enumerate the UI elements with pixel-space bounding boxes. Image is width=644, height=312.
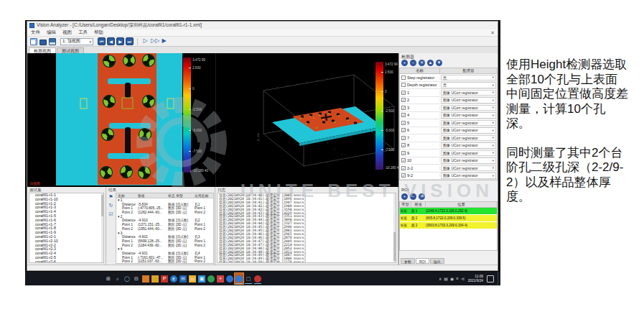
tray-icon-3[interactable]: ¤ (456, 276, 458, 281)
checkbox[interactable]: ✓ (401, 136, 406, 140)
tray-icon-1[interactable]: ▤ (444, 276, 448, 281)
scrollbar[interactable] (101, 193, 103, 262)
close-document-icon[interactable]: ✕ (490, 30, 495, 36)
results-tool-icon-1[interactable]: ↻ (109, 203, 113, 208)
roi-tab-参数[interactable]: 参数 (401, 258, 415, 264)
cortana-icon[interactable]: ◯ (123, 273, 131, 284)
app-icon-blue-sphere[interactable] (225, 273, 234, 284)
app-icon-red-circle[interactable] (253, 273, 262, 284)
detector-row[interactable]: Depth registrator无▾ (400, 82, 497, 90)
view-select-dropdown[interactable]: 1: 顶视图 ▾ (60, 38, 93, 45)
checkbox[interactable]: ✓ (401, 91, 406, 95)
menu-编辑[interactable]: 编辑 (47, 29, 56, 36)
registrator-dropdown[interactable]: 图像 UCorr registrator▾ (441, 112, 496, 119)
registrator-dropdown[interactable]: 图像 UCorr registrator▾ (441, 120, 496, 127)
app-icon-orange[interactable] (141, 273, 150, 284)
registrator-dropdown[interactable]: 图像 UCorr registrator▾ (441, 173, 496, 179)
roi-toolbar-button-1[interactable]: − (410, 193, 416, 200)
menu-文件[interactable]: 文件 (31, 29, 40, 36)
frame-nav-button-2[interactable]: ▶ (116, 37, 124, 45)
roi-row[interactable]: 矩形面 2(835.8,1722.0,209.0,339.5) (400, 215, 497, 221)
vision-analyzer-taskbar-icon[interactable] (235, 273, 243, 284)
detector-toolbar-button-4[interactable]: ▼ (436, 60, 442, 66)
registrator-dropdown[interactable]: 图像 UCorr registrator▾ (441, 142, 496, 149)
top-view-2d[interactable]: 3.472 99 -10.280 40 2.5000-2.500-5.000-7… (27, 53, 215, 187)
detector-row[interactable]: ✓6图像 UCorr registrator▾ (400, 127, 497, 135)
registrator-dropdown[interactable]: 图像 UCorr registrator▾ (441, 127, 496, 134)
menu-帮助[interactable]: 帮助 (94, 29, 103, 36)
run-button-1[interactable]: ▷▷ (151, 37, 159, 45)
file-explorer-icon[interactable]: ▭ (188, 273, 197, 284)
registrator-dropdown[interactable]: 图像 UCorr registrator▾ (441, 105, 496, 111)
measure-row[interactable]: Point 2(1151.037,-63...图形 [3D 点]Point 2 (116, 260, 213, 264)
app-icon-window[interactable]: ▢ (244, 273, 253, 284)
checkbox[interactable]: ✓ (401, 128, 406, 132)
checkbox[interactable]: ✓ (401, 98, 406, 102)
detector-row[interactable]: ✓5图像 UCorr registrator▾ (400, 119, 497, 127)
registrator-dropdown[interactable]: 无▾ (441, 82, 496, 88)
detector-row[interactable]: ✓8图像 UCorr registrator▾ (400, 142, 497, 150)
roi-tab-输出[interactable]: 输出 (430, 258, 444, 264)
mail-icon[interactable]: ✉ (179, 273, 187, 284)
show-desktop-button[interactable] (498, 272, 499, 285)
results-tool-icon-2[interactable]: ☑ (108, 211, 113, 217)
new-file-icon[interactable] (30, 38, 37, 45)
detector-row[interactable]: ✓2图像 UCorr registrator▾ (400, 97, 497, 105)
save-file-icon[interactable] (49, 38, 56, 45)
registrator-dropdown[interactable]: 图像 UCorr registrator▾ (441, 180, 496, 181)
app-icon-red-yellow[interactable] (151, 273, 159, 284)
taskbar-clock[interactable]: 11:09 2021/9/24 (467, 275, 485, 283)
tray-icon-2[interactable]: ◉ (450, 276, 454, 281)
detector-row[interactable]: ✓10图像 UCorr registrator▾ (400, 157, 497, 165)
detector-row[interactable]: Step registrator无▾ (400, 74, 497, 82)
checkbox[interactable]: ✓ (401, 173, 406, 178)
frame-nav-button-3[interactable]: ⏭ (126, 37, 134, 45)
checkbox[interactable]: ✓ (401, 166, 406, 170)
open-file-icon[interactable] (39, 40, 47, 45)
roi-tab-ROI[interactable]: ROI (416, 258, 429, 264)
detector-row[interactable]: ✓4图像 UCorr registrator▾ (400, 112, 497, 120)
detector-row[interactable]: ✓1图像 UCorr registrator▾ (400, 89, 497, 97)
app-icon-green[interactable] (207, 273, 215, 284)
app-icon-red-white[interactable]: + (216, 273, 225, 284)
search-icon[interactable]: ⌕ (113, 273, 122, 284)
registrator-dropdown[interactable]: 无▾ (441, 75, 496, 81)
detector-row[interactable]: ✓9-2图像 UCorr registrator▾ (400, 173, 497, 180)
checkbox[interactable] (401, 75, 406, 80)
detector-row[interactable]: ✓2-2图像 UCorr registrator▾ (400, 165, 497, 173)
checkbox[interactable]: ✓ (401, 151, 406, 155)
detector-toolbar-button-2[interactable]: ✕ (419, 60, 425, 66)
registrator-dropdown[interactable]: 图像 UCorr registrator▾ (441, 90, 496, 96)
checkbox[interactable]: ✓ (401, 106, 406, 110)
start-button[interactable]: ⊞ (104, 273, 113, 284)
frame-nav-button-0[interactable]: ⏮ (98, 37, 106, 45)
detector-toolbar-button-1[interactable]: − (410, 60, 416, 66)
action-center-icon[interactable] (487, 275, 494, 283)
registrator-dropdown[interactable]: 图像 UCorr registrator▾ (441, 157, 496, 164)
roi-toolbar-button-2[interactable]: ✕ (419, 193, 425, 200)
detector-toolbar-button-0[interactable]: + (401, 60, 408, 66)
detector-row[interactable]: ✓7图像 UCorr registrator▾ (400, 134, 497, 142)
detector-row[interactable]: ✓9图像 UCorr registrator▾ (400, 150, 497, 157)
list-item[interactable]: coralfil1-r2-6 (29, 260, 103, 263)
app-icon-pdf[interactable]: P (160, 273, 169, 284)
roi-toolbar-button-0[interactable]: + (401, 193, 408, 200)
roi-row[interactable]: 矩形面 2(3903.8,1733.3,209.0,334.4) (400, 222, 497, 229)
checkbox[interactable]: ✓ (401, 158, 406, 162)
photos-icon[interactable]: ▣ (197, 273, 206, 284)
iso-view-3d[interactable]: Z, mm 3.472 99 -10.280 40 2.5000-2.500-5… (215, 53, 398, 187)
tray-icon-0[interactable]: ∧ (439, 276, 442, 281)
task-view-icon[interactable]: ⊟ (132, 273, 141, 284)
scrollbar[interactable] (393, 193, 396, 262)
menu-视图[interactable]: 视图 (62, 29, 72, 36)
run-button-2[interactable]: ▶ (160, 37, 168, 45)
tab-检测视图[interactable]: 检测视图 (29, 47, 56, 53)
results-tool-icon-0[interactable]: ⚑ (108, 194, 113, 200)
tab-测试视图[interactable]: 测试视图 (57, 47, 84, 53)
run-button-0[interactable]: ▷ (141, 37, 149, 45)
edge-icon[interactable]: e (169, 273, 178, 284)
detector-row[interactable]: ✓3图像 UCorr registrator▾ (400, 104, 497, 112)
registrator-dropdown[interactable]: 图像 UCorr registrator▾ (441, 135, 496, 142)
checkbox[interactable]: ✓ (401, 143, 406, 147)
frame-nav-button-1[interactable]: ◀ (107, 37, 115, 45)
